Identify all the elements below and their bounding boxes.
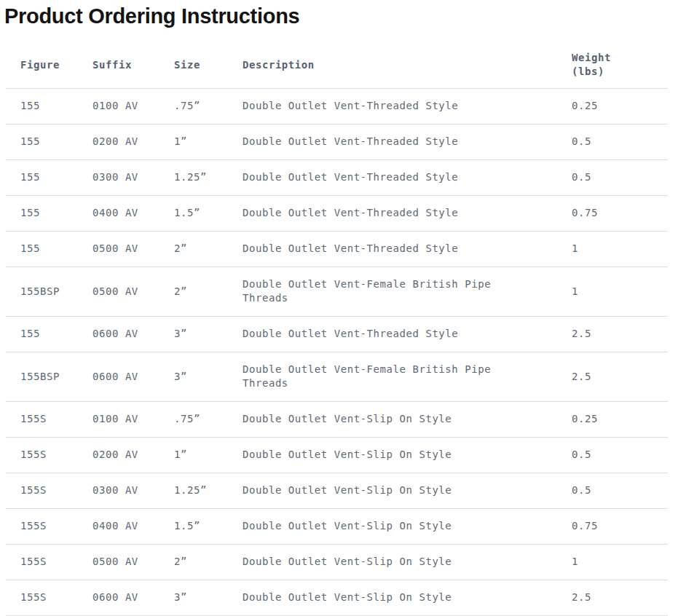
cell-figure: 155BSP	[6, 267, 92, 317]
cell-size: 3”	[174, 317, 243, 352]
cell-weight: 0.75	[572, 509, 668, 545]
cell-description: Double Outlet Vent-Threaded Style	[243, 196, 572, 232]
cell-description: Double Outlet Vent-Slip On Style	[243, 402, 572, 438]
cell-suffix: 0500 AV	[92, 545, 174, 580]
cell-figure: 155	[6, 125, 92, 160]
column-header-weight: Weight (lbs)	[572, 42, 668, 89]
cell-description: Double Outlet Vent-Slip On Style	[243, 473, 572, 509]
cell-size: 1”	[174, 438, 243, 473]
page-title: Product Ordering Instructions	[4, 4, 678, 28]
table-row: 155BSP0500 AV2”Double Outlet Vent-Female…	[6, 267, 668, 317]
column-header-size-label: Size	[174, 59, 200, 71]
cell-suffix: 0500 AV	[92, 267, 174, 317]
cell-weight: 0.25	[572, 89, 668, 125]
column-header-figure: Figure	[6, 42, 92, 89]
cell-figure: 155	[6, 196, 92, 232]
table-row: 155S0400 AV1.5”Double Outlet Vent-Slip O…	[6, 509, 668, 545]
cell-suffix: 0100 AV	[92, 89, 174, 125]
table-row: 1550600 AV3”Double Outlet Vent-Threaded …	[6, 317, 668, 352]
column-header-weight-label: Weight (lbs)	[572, 51, 615, 79]
cell-figure: 155S	[6, 580, 92, 616]
cell-size: .75”	[174, 402, 243, 438]
cell-figure: 155	[6, 160, 92, 196]
cell-suffix: 0200 AV	[92, 438, 174, 473]
cell-weight: 2.5	[572, 352, 668, 402]
table-row: 1550400 AV1.5”Double Outlet Vent-Threade…	[6, 196, 668, 232]
cell-weight: 0.5	[572, 125, 668, 160]
cell-suffix: 0200 AV	[92, 125, 174, 160]
cell-figure: 155S	[6, 438, 92, 473]
table-body: 1550100 AV.75”Double Outlet Vent-Threade…	[6, 89, 668, 616]
table-row: 1550300 AV1.25”Double Outlet Vent-Thread…	[6, 160, 668, 196]
cell-figure: 155S	[6, 473, 92, 509]
table-header: Figure Suffix Size Description Weight (l…	[6, 42, 668, 89]
cell-description: Double Outlet Vent-Slip On Style	[243, 509, 572, 545]
table-row: 155S0500 AV2”Double Outlet Vent-Slip On …	[6, 545, 668, 580]
cell-weight: 1	[572, 232, 668, 267]
cell-suffix: 0600 AV	[92, 317, 174, 352]
table-row: 155S0100 AV.75”Double Outlet Vent-Slip O…	[6, 402, 668, 438]
cell-size: 1.5”	[174, 509, 243, 545]
cell-description: Double Outlet Vent-Slip On Style	[243, 545, 572, 580]
cell-size: 1”	[174, 125, 243, 160]
cell-description: Double Outlet Vent-Slip On Style	[243, 438, 572, 473]
cell-size: 1.25”	[174, 160, 243, 196]
cell-figure: 155S	[6, 509, 92, 545]
cell-weight: 1	[572, 545, 668, 580]
cell-description: Double Outlet Vent-Threaded Style	[243, 232, 572, 267]
column-header-suffix-label: Suffix	[92, 59, 132, 71]
cell-figure: 155	[6, 317, 92, 352]
column-header-suffix: Suffix	[92, 42, 174, 89]
cell-suffix: 0600 AV	[92, 580, 174, 616]
column-header-description-label: Description	[243, 59, 315, 71]
column-header-size: Size	[174, 42, 243, 89]
cell-weight: 0.25	[572, 402, 668, 438]
cell-description: Double Outlet Vent-Threaded Style	[243, 89, 572, 125]
cell-suffix: 0400 AV	[92, 196, 174, 232]
cell-weight: 1	[572, 267, 668, 317]
cell-description: Double Outlet Vent-Female British Pipe T…	[243, 352, 572, 402]
cell-size: .75”	[174, 89, 243, 125]
table-row: 155S0300 AV1.25”Double Outlet Vent-Slip …	[6, 473, 668, 509]
cell-weight: 0.5	[572, 160, 668, 196]
column-header-description: Description	[243, 42, 572, 89]
cell-size: 3”	[174, 580, 243, 616]
table-row: 155S0600 AV3”Double Outlet Vent-Slip On …	[6, 580, 668, 616]
cell-size: 2”	[174, 545, 243, 580]
cell-suffix: 0300 AV	[92, 473, 174, 509]
cell-figure: 155	[6, 89, 92, 125]
cell-suffix: 0100 AV	[92, 402, 174, 438]
cell-suffix: 0300 AV	[92, 160, 174, 196]
product-ordering-table: Figure Suffix Size Description Weight (l…	[6, 42, 668, 616]
cell-weight: 2.5	[572, 317, 668, 352]
cell-size: 2”	[174, 267, 243, 317]
table-row: 1550200 AV1”Double Outlet Vent-Threaded …	[6, 125, 668, 160]
cell-figure: 155S	[6, 402, 92, 438]
cell-description: Double Outlet Vent-Threaded Style	[243, 125, 572, 160]
table-row: 155S0200 AV1”Double Outlet Vent-Slip On …	[6, 438, 668, 473]
cell-suffix: 0400 AV	[92, 509, 174, 545]
cell-size: 1.25”	[174, 473, 243, 509]
cell-size: 1.5”	[174, 196, 243, 232]
cell-description: Double Outlet Vent-Slip On Style	[243, 580, 572, 616]
table-header-row: Figure Suffix Size Description Weight (l…	[6, 42, 668, 89]
cell-weight: 0.75	[572, 196, 668, 232]
cell-description: Double Outlet Vent-Female British Pipe T…	[243, 267, 572, 317]
cell-size: 3”	[174, 352, 243, 402]
cell-figure: 155S	[6, 545, 92, 580]
cell-description: Double Outlet Vent-Threaded Style	[243, 317, 572, 352]
table-row: 155BSP0600 AV3”Double Outlet Vent-Female…	[6, 352, 668, 402]
cell-weight: 2.5	[572, 580, 668, 616]
cell-figure: 155	[6, 232, 92, 267]
column-header-figure-label: Figure	[20, 59, 60, 71]
cell-suffix: 0500 AV	[92, 232, 174, 267]
cell-weight: 0.5	[572, 473, 668, 509]
page: Product Ordering Instructions Figure Suf…	[0, 0, 678, 616]
cell-suffix: 0600 AV	[92, 352, 174, 402]
table-row: 1550500 AV2”Double Outlet Vent-Threaded …	[6, 232, 668, 267]
cell-weight: 0.5	[572, 438, 668, 473]
cell-description: Double Outlet Vent-Threaded Style	[243, 160, 572, 196]
cell-figure: 155BSP	[6, 352, 92, 402]
table-row: 1550100 AV.75”Double Outlet Vent-Threade…	[6, 89, 668, 125]
cell-size: 2”	[174, 232, 243, 267]
